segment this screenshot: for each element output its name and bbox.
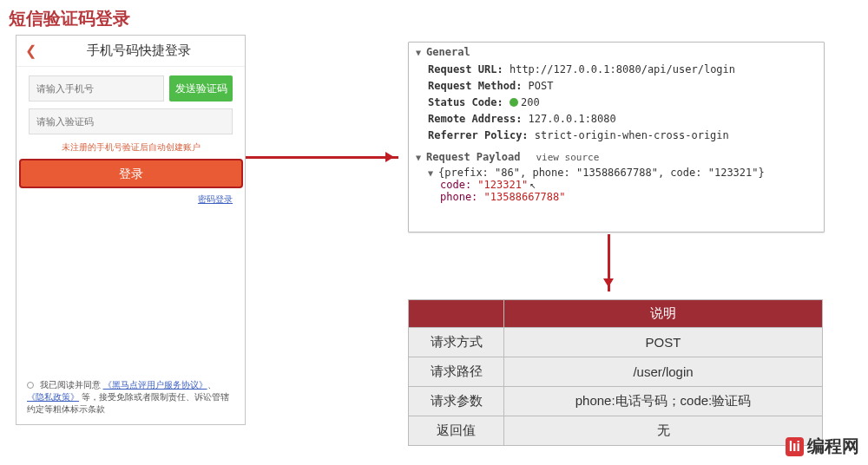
payload-object[interactable]: {prefix: "86", phone: "13588667788", cod… [416,167,817,179]
view-source-link[interactable]: view source [536,152,599,163]
referrer-policy: strict-origin-when-cross-origin [535,129,729,141]
back-icon[interactable]: ❮ [25,43,36,59]
phone-login-panel: ❮ 手机号码快捷登录 发送验证码 未注册的手机号验证后自动创建账户 登录 密码登… [16,35,246,425]
phone-input[interactable] [29,75,164,102]
general-section[interactable]: General [416,46,817,58]
cursor-icon: ↖ [529,179,536,191]
row-return-label: 返回值 [409,416,504,446]
privacy-policy-link[interactable]: 《隐私政策》 [27,392,79,402]
row-param-val: phone:电话号码；code:验证码 [504,387,823,416]
auto-create-hint: 未注册的手机号验证后自动创建账户 [29,141,233,154]
row-param-label: 请求参数 [409,387,504,416]
agreement-text: 我已阅读并同意 《黑马点评用户服务协议》、 《隐私政策》 等，接受免除或者限制责… [27,379,234,416]
login-button[interactable]: 登录 [19,159,243,188]
arrow-down-icon [608,234,610,291]
payload-section[interactable]: Request Payloadview source [416,151,817,163]
payload-code: "123321" [477,179,528,191]
row-method-val: POST [504,328,823,357]
devtools-panel: General Request URL: http://127.0.0.1:80… [408,42,825,232]
panel-title: 手机号码快捷登录 [42,43,236,59]
status-dot-icon [510,98,518,107]
logo-badge-icon: lıi [786,437,804,456]
row-return-val: 无 [504,416,823,446]
request-url: http://127.0.0.1:8080/api/user/login [510,63,735,75]
arrow-right-icon [246,156,398,159]
api-spec-table: 说明 请求方式POST 请求路径/user/login 请求参数phone:电话… [408,299,823,446]
remote-address: 127.0.0.1:8080 [529,113,616,125]
password-login-link[interactable]: 密码登录 [198,194,233,204]
service-agreement-link[interactable]: 《黑马点评用户服务协议》 [103,380,207,390]
request-method: POST [529,80,554,92]
send-code-button[interactable]: 发送验证码 [169,75,233,102]
row-path-label: 请求路径 [409,357,504,387]
col-desc: 说明 [504,300,823,328]
row-method-label: 请求方式 [409,328,504,357]
site-logo: lıi 编程网 [786,435,859,458]
agree-radio[interactable] [27,382,34,389]
row-path-val: /user/login [504,357,823,387]
payload-phone: "13588667788" [484,191,566,203]
status-code: 200 [521,96,540,108]
page-title: 短信验证码登录 [0,0,868,37]
code-input[interactable] [29,108,233,134]
